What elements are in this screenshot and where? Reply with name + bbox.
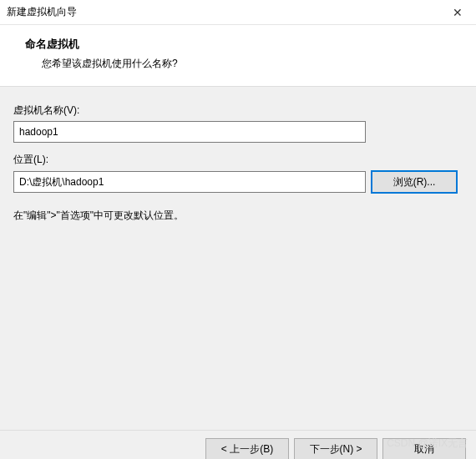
- location-row: 浏览(R)...: [13, 170, 463, 194]
- location-input[interactable]: [13, 171, 366, 193]
- page-title: 命名虚拟机: [25, 37, 459, 52]
- location-label: 位置(L):: [13, 153, 463, 167]
- wizard-header: 命名虚拟机 您希望该虚拟机使用什么名称?: [0, 25, 476, 86]
- cancel-button[interactable]: 取消: [382, 438, 466, 459]
- wizard-content: 虚拟机名称(V): 位置(L): 浏览(R)... 在"编辑">"首选项"中可更…: [0, 86, 476, 431]
- close-icon: ✕: [453, 6, 463, 19]
- vm-name-input[interactable]: [13, 121, 366, 143]
- wizard-footer: < 上一步(B) 下一步(N) > 取消: [0, 431, 476, 459]
- vm-name-label: 虚拟机名称(V):: [13, 103, 463, 118]
- window-title: 新建虚拟机向导: [7, 5, 77, 19]
- page-subtitle: 您希望该虚拟机使用什么名称?: [42, 57, 459, 71]
- browse-button[interactable]: 浏览(R)...: [371, 170, 458, 194]
- back-button[interactable]: < 上一步(B): [205, 438, 289, 459]
- close-button[interactable]: ✕: [438, 0, 476, 25]
- next-button[interactable]: 下一步(N) >: [294, 438, 377, 459]
- default-location-hint: 在"编辑">"首选项"中可更改默认位置。: [13, 209, 463, 223]
- titlebar: 新建虚拟机向导 ✕: [0, 0, 476, 25]
